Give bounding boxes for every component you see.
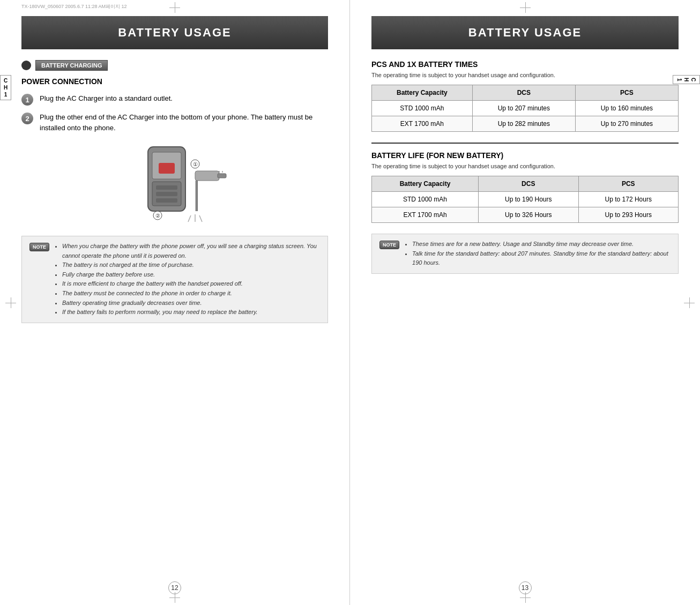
table-row: EXT 1700 mAhUp to 282 minutesUp to 270 m… [372,116,679,132]
table-cell: Up to 190 Hours [479,192,578,207]
step-1-text: Plug the AC Charger into a standard outl… [40,93,173,104]
badge-label-text: BATTERY CHARGING [35,60,108,71]
pcs-table: Battery Capacity DCS PCS STD 1000 mAhUp … [371,85,679,132]
battery-life-table-body: STD 1000 mAhUp to 190 HoursUp to 172 Hou… [372,192,679,223]
crosshair-right [684,297,695,308]
table-row: STD 1000 mAhUp to 207 minutesUp to 160 m… [372,101,679,116]
battery-charging-badge: BATTERY CHARGING [21,60,328,71]
crosshair-top-right [520,2,531,13]
note-item: These times are for a new battery. Usage… [412,240,671,249]
right-note-list: These times are for a new battery. Usage… [405,240,671,268]
note-item: The battery must be connected to the pho… [62,289,320,298]
step-2-number: 2 [21,113,33,124]
note-box: NOTE When you charge the battery with th… [21,236,328,323]
left-page-number: 12 [168,581,181,594]
svg-text:②: ② [155,213,160,219]
svg-rect-4 [156,185,177,190]
table-cell: Up to 270 minutes [575,116,678,132]
bl-col-3: PCS [578,176,678,192]
step-2-text: Plug the other end of the AC Charger int… [40,112,328,133]
power-connection-title: POWER CONNECTION [21,77,328,86]
crosshair-top [169,2,180,13]
note-item: When you charge the battery with the pho… [62,242,320,260]
right-note-box: NOTE These times are for a new battery. … [371,234,679,274]
pcs-col-2: DCS [472,85,575,101]
file-info: TX-180VW_050607 2005.6.7 11:28 AM페이지 12 [21,3,127,10]
left-ch-tab: CH1 [0,75,11,100]
step-2: 2 Plug the other end of the AC Charger i… [21,112,328,133]
bl-col-2: DCS [479,176,578,192]
pcs-subtext: The operating time is subject to your ha… [371,72,679,78]
battery-life-table: Battery Capacity DCS PCS STD 1000 mAhUp … [371,176,679,223]
table-cell: Up to 326 Hours [479,207,578,223]
table-cell: Up to 282 minutes [472,116,575,132]
note-item: Fully charge the battery before use. [62,270,320,280]
step-1-number: 1 [21,94,33,106]
table-cell: Up to 160 minutes [575,101,678,116]
note-item: Battery operating time gradually decreas… [62,298,320,308]
svg-rect-2 [159,163,175,174]
svg-rect-9 [195,171,219,181]
table-cell: EXT 1700 mAh [372,207,479,223]
left-content: BATTERY CHARGING POWER CONNECTION 1 Plug… [0,49,349,334]
pcs-col-3: PCS [575,85,678,101]
table-cell: STD 1000 mAh [372,101,473,116]
left-page-header: BATTERY USAGE [21,16,328,49]
table-cell: EXT 1700 mAh [372,116,473,132]
right-page: CH1 BATTERY USAGE PCS AND 1X BATTERY TIM… [350,0,700,605]
table-row: STD 1000 mAhUp to 190 HoursUp to 172 Hou… [372,192,679,207]
crosshair-left [5,297,16,308]
note-item: If the battery fails to perform normally… [62,308,320,317]
battery-life-title: BATTERY LIFE (FOR NEW BATTERY) [371,143,679,160]
svg-line-17 [199,215,202,222]
note-list: When you charge the battery with the pho… [55,242,320,317]
step-1: 1 Plug the AC Charger into a standard ou… [21,93,328,106]
page-spread: TX-180VW_050607 2005.6.7 11:28 AM페이지 12 … [0,0,700,605]
svg-rect-10 [218,174,226,178]
phone-svg: ① ② [116,141,234,227]
badge-dot [21,61,31,70]
table-cell: Up to 293 Hours [578,207,678,223]
phone-illustration: ① ② [21,141,328,227]
bl-col-1: Battery Capacity [372,176,479,192]
note-item: The battery is not charged at the time o… [62,260,320,270]
table-cell: Up to 172 Hours [578,192,678,207]
right-page-number: 13 [519,581,532,594]
svg-rect-6 [156,198,177,203]
note-item: Talk time for the standard battery: abou… [412,249,671,268]
right-page-header: BATTERY USAGE [371,16,679,49]
table-cell: Up to 207 minutes [472,101,575,116]
left-page: TX-180VW_050607 2005.6.7 11:28 AM페이지 12 … [0,0,350,605]
pcs-col-1: Battery Capacity [372,85,473,101]
svg-line-15 [188,215,191,222]
svg-text:①: ① [193,161,198,167]
table-cell: STD 1000 mAh [372,192,479,207]
right-note-badge: NOTE [379,241,399,249]
svg-rect-5 [156,192,177,196]
note-badge: NOTE [29,243,49,251]
pcs-title: PCS AND 1X BATTERY TIMES [371,60,679,69]
table-row: EXT 1700 mAhUp to 326 HoursUp to 293 Hou… [372,207,679,223]
right-ch-tab: CH1 [673,75,700,84]
battery-life-subtext: The operating time is subject to your ha… [371,163,679,169]
right-content: PCS AND 1X BATTERY TIMES The operating t… [350,49,700,285]
note-item: It is more efficient to charge the batte… [62,279,320,289]
pcs-table-body: STD 1000 mAhUp to 207 minutesUp to 160 m… [372,101,679,132]
